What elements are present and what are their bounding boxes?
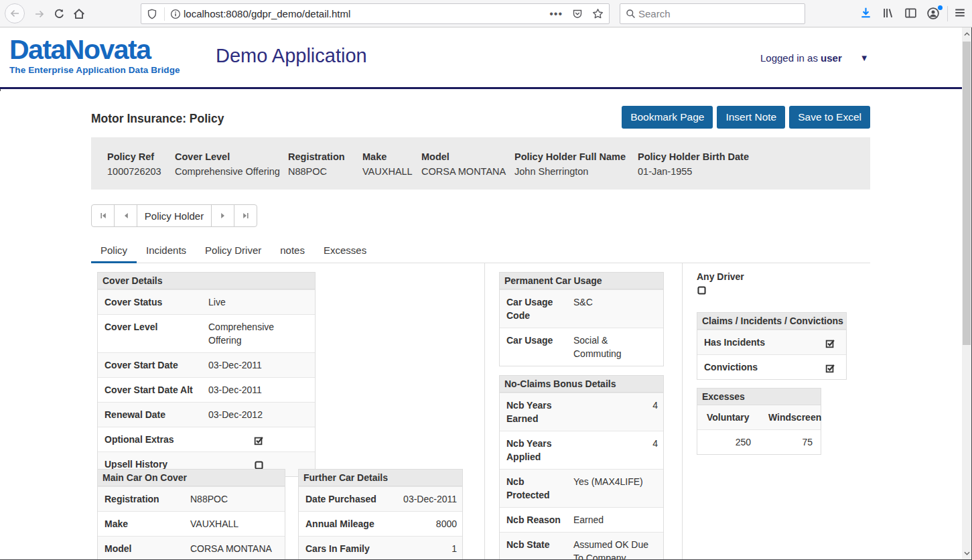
table-row: Date Purchased 03-Dec-2011	[299, 486, 462, 511]
table-row: Model CORSA MONTANA	[98, 536, 285, 559]
login-username: user	[821, 52, 842, 64]
forward-button[interactable]	[32, 7, 47, 21]
table-row: Annual Mileage 8000	[299, 511, 462, 536]
summary-field: Policy Ref 1000726203	[107, 151, 161, 177]
user-menu[interactable]: Logged in as user ▼	[760, 52, 869, 64]
bookmark-star-icon[interactable]	[592, 8, 604, 19]
permanent-car-usage-table: Permanent Car Usage Car Usage Code S&C C…	[499, 272, 664, 366]
column-divider	[682, 263, 683, 559]
table-row: Make VAUXHALL	[98, 511, 285, 536]
page-content: Motor Insurance: Policy Bookmark Page In…	[0, 91, 962, 559]
insert-note-button[interactable]: Insert Note	[717, 106, 785, 129]
pocket-icon[interactable]	[572, 9, 583, 19]
datanovata-logo: DataNovata The Enterprise Application Da…	[9, 35, 180, 75]
library-icon[interactable]	[882, 7, 896, 21]
pager-policy-holder-button[interactable]: Policy Holder	[137, 204, 212, 227]
table-row: Ncb Protected Yes (MAX4LIFE)	[500, 469, 663, 507]
search-input[interactable]	[638, 8, 799, 19]
excesses-header-row: Voluntary Windscreen	[697, 405, 821, 429]
tracking-protection-shield-icon[interactable]	[147, 9, 157, 19]
checkbox-checked-icon	[770, 360, 841, 374]
table-row: Car Usage Social & Commuting	[500, 328, 663, 366]
any-driver-field: Any Driver	[697, 271, 744, 295]
table-row: Has Incidents	[697, 330, 846, 354]
logo-tagline: The Enterprise Application Data Bridge	[9, 65, 180, 75]
detail-tabs: Policy Incidents Policy Driver notes Exc…	[91, 239, 870, 263]
pager-previous-button[interactable]	[114, 204, 137, 227]
cover-details-table: Cover Details Cover Status Live Cover Le…	[97, 272, 316, 477]
save-to-excel-button[interactable]: Save to Excel	[789, 106, 870, 129]
login-status-text: Logged in as user	[760, 52, 842, 64]
table-row: Cars In Family 1	[299, 536, 462, 559]
table-title: Claims / Incidents / Convictions	[697, 313, 846, 330]
search-icon	[626, 9, 636, 19]
pager-last-button[interactable]	[234, 204, 257, 227]
column-divider	[484, 263, 485, 559]
summary-field: Policy Holder Birth Date 01-Jan-1955	[638, 151, 749, 177]
tab-policy-driver[interactable]: Policy Driver	[196, 239, 271, 263]
tab-incidents[interactable]: Incidents	[137, 239, 196, 263]
table-row: Ncb Years Applied 4	[500, 431, 663, 469]
page-title: Motor Insurance: Policy	[91, 112, 224, 126]
claims-incidents-convictions-table: Claims / Incidents / Convictions Has Inc…	[697, 312, 847, 380]
first-record-icon	[99, 212, 107, 220]
scroll-up-arrow[interactable]	[962, 29, 971, 39]
table-row: Renewal Date 03-Dec-2012	[98, 402, 315, 427]
download-icon[interactable]	[859, 7, 874, 21]
url-bar[interactable]: localhost:8080/gdpr_demo/detail.html •••	[141, 3, 610, 24]
app-title: Demo Application	[216, 45, 367, 67]
toolbar-divider	[947, 6, 948, 21]
checkbox-checked-icon	[208, 433, 309, 446]
table-row: Optional Extras	[98, 427, 315, 451]
urlbar-divider	[164, 7, 165, 21]
summary-field: Make VAUXHALL	[362, 151, 413, 177]
sidebar-icon[interactable]	[904, 7, 918, 21]
scroll-down-arrow[interactable]	[962, 548, 971, 558]
pager-next-button[interactable]	[211, 204, 234, 227]
table-row: Car Usage Code S&C	[500, 289, 663, 328]
tab-policy[interactable]: Policy	[91, 239, 137, 263]
checkbox-unchecked-icon	[697, 285, 744, 295]
browser-window: localhost:8080/gdpr_demo/detail.html •••	[0, 0, 972, 560]
next-record-icon	[219, 212, 227, 220]
home-button[interactable]	[72, 7, 87, 21]
url-text[interactable]: localhost:8080/gdpr_demo/detail.html	[184, 8, 549, 19]
table-title: Permanent Car Usage	[500, 273, 663, 289]
browser-toolbar: localhost:8080/gdpr_demo/detail.html •••	[0, 0, 972, 27]
policy-tab-panel: Cover Details Cover Status Live Cover Le…	[0, 263, 962, 559]
back-arrow-icon	[9, 8, 20, 19]
account-icon[interactable]	[926, 7, 941, 21]
page-scrollbar[interactable]	[962, 27, 971, 559]
reload-button[interactable]	[52, 7, 67, 21]
policy-summary-bar: Policy Ref 1000726203 Cover Level Compre…	[91, 137, 870, 190]
account-notification-dot	[938, 5, 943, 10]
page-actions-icon[interactable]: •••	[549, 11, 563, 17]
table-row: Cover Status Live	[98, 289, 315, 314]
site-info-icon[interactable]	[170, 9, 181, 19]
user-menu-caret-icon: ▼	[860, 53, 869, 63]
table-row: Cover Start Date Alt 03-Dec-2011	[98, 377, 315, 402]
pager-first-button[interactable]	[91, 204, 115, 227]
tab-excesses[interactable]: Excesses	[314, 239, 376, 263]
excesses-table: Excesses Voluntary Windscreen 250 75	[697, 388, 821, 455]
app-header: DataNovata The Enterprise Application Da…	[0, 27, 962, 89]
ncb-details-table: No-Claims Bonus Details Ncb Years Earned…	[499, 375, 664, 559]
menu-hamburger-icon[interactable]	[954, 7, 968, 21]
summary-field: Model CORSA MONTANA	[421, 151, 506, 177]
search-bar[interactable]	[620, 3, 805, 24]
bookmark-page-button[interactable]: Bookmark Page	[622, 106, 713, 129]
excesses-value-row: 250 75	[697, 429, 821, 454]
tab-notes[interactable]: notes	[271, 239, 314, 263]
table-row: Ncb Years Earned 4	[500, 393, 663, 431]
summary-field: Registration N88POC	[288, 151, 345, 177]
page-actions: Bookmark Page Insert Note Save to Excel	[645, 106, 870, 129]
previous-record-icon	[122, 212, 130, 220]
any-driver-label: Any Driver	[697, 271, 744, 282]
table-row: Convictions	[697, 354, 846, 379]
table-title: Excesses	[697, 389, 821, 405]
back-button[interactable]	[5, 3, 25, 23]
record-pager: Policy Holder	[91, 204, 257, 227]
scrollbar-thumb[interactable]	[963, 42, 971, 345]
table-title: Cover Details	[98, 273, 315, 289]
table-title: No-Claims Bonus Details	[500, 376, 663, 393]
